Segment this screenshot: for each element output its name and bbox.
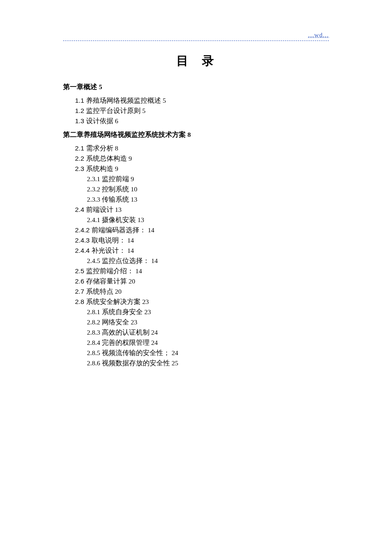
toc-entry-page: 5	[161, 97, 166, 104]
toc-entry: 2.3.1 监控前端 9	[87, 174, 329, 184]
toc-entry-page: 10	[129, 185, 137, 193]
toc-entry-text: 1.1 养殖场网络视频监控概述	[75, 97, 161, 104]
toc-entry-text: 2.4.2 前端编码器选择：	[75, 226, 146, 234]
toc-entry-page: 24	[150, 339, 158, 346]
toc-entry: 2.1 需求分析 8	[75, 143, 329, 153]
toc-entry-text: 2.8.6 视频数据存放的安全性	[87, 359, 170, 367]
toc-entry-page: 9	[129, 175, 134, 182]
toc-entry: 2.4.3 取电说明： 14	[75, 235, 329, 246]
toc-entry-text: 2.6 存储容量计算	[75, 278, 127, 285]
toc-entry-text: 2.8.3 高效的认证机制	[87, 329, 150, 336]
document-page: ...wd... 目录 第一章概述 51.1 养殖场网络视频监控概述 51.2 …	[0, 0, 392, 394]
toc-entry-text: 2.4.1 摄像机安装	[87, 216, 136, 223]
toc-entry: 2.8.2 网络安全 23	[87, 317, 329, 327]
toc-entry: 2.8.3 高效的认证机制 24	[87, 327, 329, 338]
toc-entry-page: 20	[127, 278, 135, 285]
toc-entry-text: 2.4.4 补光设计：	[75, 247, 126, 254]
toc-entry: 2.8 系统安全解决方案 23	[75, 297, 329, 307]
toc-entry: 1.2 监控平台设计原则 5	[75, 106, 329, 116]
toc-entry-page: 13	[129, 196, 137, 203]
toc-entry: 2.3 系统构造 9	[75, 164, 329, 174]
toc-entry-page: 5	[141, 107, 146, 114]
toc-entry-page: 9	[127, 155, 132, 162]
toc-entry-text: 2.8.5 视频流传输的安全性；	[87, 349, 170, 356]
toc-entry-text: 2.8.2 网络安全	[87, 318, 129, 326]
toc-entry: 2.3.3 传输系统 13	[87, 194, 329, 205]
toc-entry-page: 13	[113, 206, 121, 213]
toc-entry-text: 2.4.5 监控点位选择：	[87, 257, 150, 264]
toc-entry-text: 2.8.1 系统自身安全	[87, 308, 143, 315]
toc-entry-page: 23	[129, 318, 137, 326]
toc-entry: 1.3 设计依据 6	[75, 116, 329, 126]
toc-entry: 第一章概述 5	[63, 82, 329, 92]
toc-entry-text: 2.7 系统特点	[75, 288, 113, 295]
toc-entry-page: 14	[126, 237, 134, 244]
toc-entry: 2.4.1 摄像机安装 13	[87, 215, 329, 225]
toc-entry: 2.4.4 补光设计： 14	[75, 246, 329, 256]
toc-entry-text: 2.3 系统构造	[75, 165, 113, 172]
toc-entry-page: 24	[150, 329, 158, 336]
toc-entry-page: 6	[113, 117, 118, 124]
toc-entry-page: 23	[141, 298, 149, 305]
toc-entry-text: 第二章养殖场网络视频监控系统技术方案	[63, 131, 186, 138]
toc-entry-text: 2.3.1 监控前端	[87, 175, 129, 182]
toc-entry: 2.4.5 监控点位选择： 14	[87, 256, 329, 266]
toc-entry: 2.2 系统总体构造 9	[75, 153, 329, 164]
toc-entry-page: 14	[126, 247, 134, 254]
header-label: ...wd...	[308, 32, 329, 39]
toc-entry-text: 1.3 设计依据	[75, 117, 113, 124]
toc-entry-page: 14	[134, 267, 142, 275]
toc-entry: 1.1 养殖场网络视频监控概述 5	[75, 95, 329, 106]
toc-entry-text: 2.8 系统安全解决方案	[75, 298, 141, 305]
toc-entry: 2.8.1 系统自身安全 23	[87, 307, 329, 317]
toc-entry-text: 2.4.3 取电说明：	[75, 237, 126, 244]
table-of-contents: 第一章概述 51.1 养殖场网络视频监控概述 51.2 监控平台设计原则 51.…	[63, 82, 329, 368]
toc-entry-page: 8	[113, 145, 118, 152]
toc-entry: 2.6 存储容量计算 20	[75, 276, 329, 286]
toc-entry-page: 5	[97, 83, 102, 90]
toc-entry-page: 24	[170, 349, 178, 356]
toc-entry-text: 2.3.3 传输系统	[87, 196, 129, 203]
page-title: 目录	[63, 53, 329, 69]
toc-entry: 2.8.5 视频流传输的安全性； 24	[87, 348, 329, 358]
toc-entry-text: 2.8.4 完善的权限管理	[87, 339, 150, 346]
toc-entry: 2.5 监控前端介绍： 14	[75, 266, 329, 276]
toc-entry-page: 23	[143, 308, 151, 315]
toc-entry-text: 2.5 监控前端介绍：	[75, 267, 134, 275]
toc-entry-page: 9	[113, 165, 118, 172]
toc-entry-text: 第一章概述	[63, 83, 97, 90]
toc-entry-text: 1.2 监控平台设计原则	[75, 107, 141, 114]
title-part-2: 录	[202, 54, 216, 67]
toc-entry-page: 25	[170, 359, 178, 367]
toc-entry: 2.3.2 控制系统 10	[87, 184, 329, 194]
toc-entry-page: 8	[186, 131, 191, 138]
toc-entry-text: 2.3.2 控制系统	[87, 185, 129, 193]
toc-entry: 第二章养殖场网络视频监控系统技术方案 8	[63, 130, 329, 140]
toc-entry-page: 14	[146, 226, 154, 234]
title-part-1: 目	[176, 54, 190, 67]
header-divider: ...wd...	[63, 33, 329, 41]
toc-entry-text: 2.4 前端设计	[75, 206, 113, 213]
toc-entry-text: 2.2 系统总体构造	[75, 155, 127, 162]
toc-entry-page: 14	[150, 257, 158, 264]
toc-entry-page: 20	[113, 288, 121, 295]
toc-entry-text: 2.1 需求分析	[75, 145, 113, 152]
toc-entry: 2.4.2 前端编码器选择： 14	[75, 225, 329, 235]
toc-entry: 2.4 前端设计 13	[75, 205, 329, 215]
toc-entry: 2.8.6 视频数据存放的安全性 25	[87, 358, 329, 368]
toc-entry: 2.8.4 完善的权限管理 24	[87, 338, 329, 348]
toc-entry: 2.7 系统特点 20	[75, 286, 329, 297]
toc-entry-page: 13	[136, 216, 144, 223]
